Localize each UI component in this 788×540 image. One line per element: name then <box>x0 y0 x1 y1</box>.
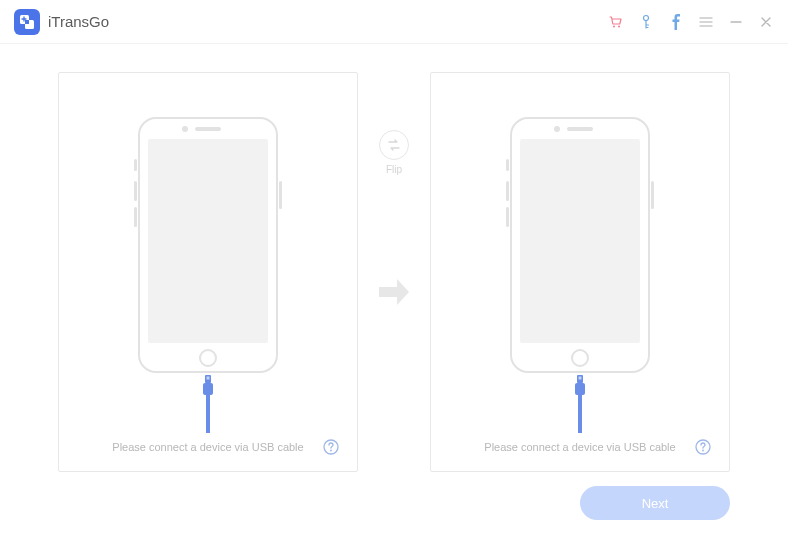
title-bar: iTransGo <box>0 0 788 44</box>
svg-rect-2 <box>25 20 29 24</box>
cart-icon[interactable] <box>608 14 624 30</box>
facebook-icon[interactable] <box>668 14 684 30</box>
source-status-row: Please connect a device via USB cable <box>59 441 357 453</box>
usb-cable-icon <box>197 375 219 433</box>
svg-point-4 <box>618 25 620 27</box>
svg-rect-15 <box>578 395 582 433</box>
help-icon[interactable] <box>695 439 711 455</box>
minimize-button[interactable] <box>728 14 744 30</box>
target-device-panel: Please connect a device via USB cable <box>430 72 730 472</box>
svg-rect-7 <box>207 377 210 380</box>
svg-rect-8 <box>203 383 213 395</box>
close-button[interactable] <box>758 14 774 30</box>
phone-illustration <box>510 117 650 373</box>
window-controls <box>608 14 774 30</box>
source-status-text: Please connect a device via USB cable <box>112 441 303 453</box>
next-button[interactable]: Next <box>580 486 730 520</box>
key-icon[interactable] <box>638 14 654 30</box>
phone-illustration <box>138 117 278 373</box>
target-status-text: Please connect a device via USB cable <box>484 441 675 453</box>
app-title: iTransGo <box>48 13 109 30</box>
menu-icon[interactable] <box>698 14 714 30</box>
transfer-arrow-icon <box>379 279 409 309</box>
svg-rect-9 <box>206 395 210 433</box>
brand: iTransGo <box>14 9 109 35</box>
svg-point-5 <box>644 15 649 20</box>
help-icon[interactable] <box>323 439 339 455</box>
app-logo-icon <box>14 9 40 35</box>
svg-rect-13 <box>579 377 582 380</box>
svg-point-17 <box>702 450 704 452</box>
source-device-panel: Please connect a device via USB cable <box>58 72 358 472</box>
svg-rect-14 <box>575 383 585 395</box>
svg-point-3 <box>613 25 615 27</box>
next-button-label: Next <box>642 496 669 511</box>
flip-label: Flip <box>386 164 402 175</box>
target-status-row: Please connect a device via USB cable <box>431 441 729 453</box>
svg-point-11 <box>330 450 332 452</box>
main-content: Please connect a device via USB cable P <box>0 44 788 504</box>
flip-icon <box>379 130 409 160</box>
flip-button[interactable]: Flip <box>379 130 409 175</box>
usb-cable-icon <box>569 375 591 433</box>
